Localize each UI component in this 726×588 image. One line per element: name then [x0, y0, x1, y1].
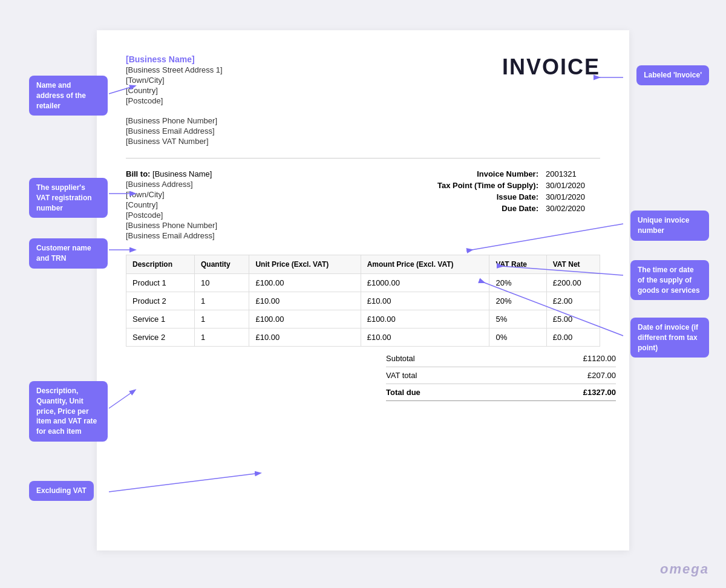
issue-date-value: 30/01/2020 — [546, 192, 600, 201]
supplier-city: [Town/City] — [126, 76, 223, 85]
supplier-vat: [Business VAT Number] — [126, 137, 223, 146]
col-amount-price: Amount Price (Excl. VAT) — [361, 255, 489, 274]
invoice-card: [Business Name] [Business Street Address… — [97, 30, 629, 550]
table-cell: 20% — [489, 292, 546, 310]
table-cell: £1000.00 — [361, 274, 489, 292]
table-cell: 5% — [489, 310, 546, 328]
table-cell: Product 2 — [126, 292, 195, 310]
supplier-postcode: [Postcode] — [126, 96, 223, 105]
annotation-labeled-invoice: Labeled 'Invoice' — [636, 65, 709, 85]
bill-to-email: [Business Email Address] — [126, 231, 217, 240]
subtotal-label: Subtotal — [386, 354, 415, 363]
items-table: Description Quantity Unit Price (Excl. V… — [126, 255, 600, 347]
meta-invoice-number: Invoice Number: 2001321 — [437, 169, 600, 178]
tax-point-label: Tax Point (Time of Supply): — [437, 181, 538, 190]
annotation-description: Description, Quantity, Unit price, Price… — [29, 381, 108, 442]
table-cell: Service 2 — [126, 328, 195, 347]
table-cell: £5.00 — [546, 310, 600, 328]
bill-to-name: [Business Name] — [152, 169, 212, 178]
table-cell: £200.00 — [546, 274, 600, 292]
vat-total-value: £207.00 — [587, 371, 616, 380]
table-cell: £0.00 — [546, 328, 600, 347]
table-cell: 1 — [194, 328, 249, 347]
table-row: Product 21£10.00£10.0020%£2.00 — [126, 292, 600, 310]
total-due-value: £1327.00 — [583, 388, 616, 397]
table-cell: £10.00 — [249, 328, 361, 347]
invoice-number-value: 2001321 — [546, 169, 600, 178]
invoice-title: INVOICE — [502, 54, 600, 79]
annotation-customer-trn: Customer name and TRN — [29, 238, 108, 269]
meta-tax-point: Tax Point (Time of Supply): 30/01/2020 — [437, 181, 600, 190]
table-cell: 10 — [194, 274, 249, 292]
annotation-time-supply: The time or date of the supply of goods … — [630, 260, 709, 300]
annotation-date-invoice: Date of invoice (if different from tax p… — [630, 318, 709, 358]
vat-total-row: VAT total £207.00 — [386, 367, 616, 384]
issue-date-label: Issue Date: — [497, 192, 538, 201]
col-vat-net: VAT Net — [546, 255, 600, 274]
bill-to-address: Bill to: [Business Name] [Business Addre… — [126, 169, 217, 240]
meta-due-date: Due Date: 30/02/2020 — [437, 204, 600, 213]
table-cell: £100.00 — [361, 310, 489, 328]
bill-to-address-line: [Business Address] — [126, 180, 217, 189]
supplier-name: [Business Name] — [126, 54, 223, 64]
subtotal-row: Subtotal £1120.00 — [386, 350, 616, 367]
totals-section: Subtotal £1120.00 VAT total £207.00 Tota… — [386, 350, 616, 401]
due-date-value: 30/02/2020 — [546, 204, 600, 213]
invoice-title-block: INVOICE — [502, 54, 600, 80]
bill-to-postcode: [Postcode] — [126, 211, 217, 220]
invoice-meta: Invoice Number: 2001321 Tax Point (Time … — [437, 169, 600, 240]
table-head: Description Quantity Unit Price (Excl. V… — [126, 255, 600, 274]
annotation-excluding-vat: Excluding VAT — [29, 481, 94, 501]
table-cell: Service 1 — [126, 310, 195, 328]
watermark: omega — [660, 561, 709, 577]
table-cell: 0% — [489, 328, 546, 347]
meta-issue-date: Issue Date: 30/01/2020 — [437, 192, 600, 201]
annotation-retailer: Name and address of the retailer — [29, 76, 108, 116]
due-date-label: Due Date: — [502, 204, 538, 213]
table-header-row: Description Quantity Unit Price (Excl. V… — [126, 255, 600, 274]
tax-point-value: 30/01/2020 — [546, 181, 600, 190]
invoice-number-label: Invoice Number: — [477, 169, 538, 178]
annotation-vat-number: The supplier's VAT registration number — [29, 178, 108, 218]
page-container: Name and address of the retailer The sup… — [0, 0, 726, 588]
annotation-unique-invoice: Unique invoice number — [630, 211, 709, 241]
table-cell: £10.00 — [361, 292, 489, 310]
table-cell: 20% — [489, 274, 546, 292]
supplier-country: [Country] — [126, 86, 223, 95]
divider-1 — [126, 158, 600, 158]
bill-to-phone: [Business Phone Number] — [126, 221, 217, 230]
supplier-street: [Business Street Address 1] — [126, 65, 223, 74]
bill-to-header: Bill to: [Business Name] — [126, 169, 217, 178]
col-unit-price: Unit Price (Excl. VAT) — [249, 255, 361, 274]
supplier-info: [Business Name] [Business Street Address… — [126, 54, 223, 146]
supplier-phone: [Business Phone Number] — [126, 116, 223, 125]
table-row: Product 110£100.00£1000.0020%£200.00 — [126, 274, 600, 292]
table-cell: £10.00 — [361, 328, 489, 347]
bill-to-label: Bill to: — [126, 169, 150, 178]
table-cell: £10.00 — [249, 292, 361, 310]
vat-total-label: VAT total — [386, 371, 417, 380]
col-quantity: Quantity — [194, 255, 249, 274]
total-due-label: Total due — [386, 388, 420, 397]
table-row: Service 21£10.00£10.000%£0.00 — [126, 328, 600, 347]
bill-to-city: [Town/City] — [126, 190, 217, 199]
billing-section: Bill to: [Business Name] [Business Addre… — [126, 169, 600, 240]
table-row: Service 11£100.00£100.005%£5.00 — [126, 310, 600, 328]
table-cell: 1 — [194, 292, 249, 310]
table-cell: 1 — [194, 310, 249, 328]
table-cell: £2.00 — [546, 292, 600, 310]
table-cell: £100.00 — [249, 310, 361, 328]
invoice-header: [Business Name] [Business Street Address… — [126, 54, 600, 146]
supplier-email: [Business Email Address] — [126, 126, 223, 136]
subtotal-value: £1120.00 — [583, 354, 616, 363]
col-description: Description — [126, 255, 195, 274]
total-due-row: Total due £1327.00 — [386, 384, 616, 401]
table-cell: Product 1 — [126, 274, 195, 292]
bill-to-country: [Country] — [126, 200, 217, 209]
col-vat-rate: VAT Rate — [489, 255, 546, 274]
table-cell: £100.00 — [249, 274, 361, 292]
table-body: Product 110£100.00£1000.0020%£200.00Prod… — [126, 274, 600, 347]
